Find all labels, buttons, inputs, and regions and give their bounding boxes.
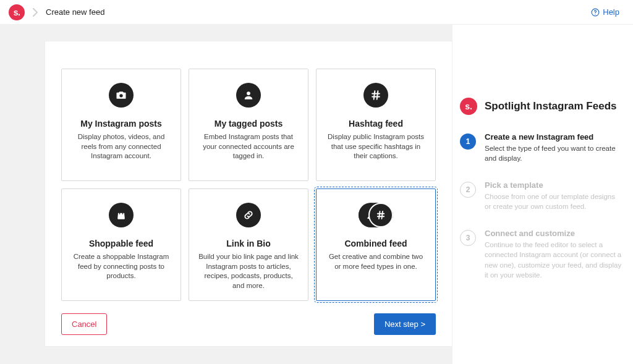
step-title: Pick a template bbox=[485, 180, 622, 190]
tile-title: Combined feed bbox=[344, 239, 407, 248]
step-title: Connect and customize bbox=[485, 229, 622, 238]
tile-desc: Build your bio link page and link Instag… bbox=[198, 252, 299, 290]
tile-desc: Embed Instagram posts that your connecte… bbox=[198, 132, 299, 161]
tile-desc: Create a shoppable Instagram feed by con… bbox=[70, 252, 172, 281]
step-number: 2 bbox=[460, 182, 476, 198]
step-number: 1 bbox=[460, 133, 476, 150]
tile-my-tagged-posts[interactable]: My tagged posts Embed Instagram posts th… bbox=[189, 69, 308, 181]
sidebar-title: Spotlight Instagram Feeds bbox=[485, 100, 616, 112]
app-body: My Instagram posts Display photos, video… bbox=[0, 25, 633, 364]
sidebar-logo-text: s. bbox=[465, 101, 472, 111]
tile-hashtag-feed[interactable]: Hashtag feed Display public Instagram po… bbox=[316, 69, 436, 181]
svg-line-6 bbox=[374, 91, 375, 99]
step-desc: Select the type of feed you want to crea… bbox=[485, 143, 622, 163]
step-desc: Choose from one of our template designs … bbox=[485, 192, 622, 211]
step-2: 2 Pick a template Choose from one of our… bbox=[460, 180, 622, 211]
panel-footer: Cancel Next step > bbox=[61, 313, 436, 335]
sidebar-logo: s. bbox=[460, 98, 477, 115]
breadcrumb: Create new feed bbox=[46, 7, 104, 17]
cancel-button[interactable]: Cancel bbox=[61, 313, 107, 335]
app-logo[interactable]: s. bbox=[9, 4, 25, 20]
svg-point-3 bbox=[247, 91, 250, 95]
tile-desc: Display public Instagram posts that use … bbox=[325, 132, 427, 161]
tile-title: Hashtag feed bbox=[349, 119, 403, 129]
step-title: Create a new Instagram feed bbox=[485, 132, 622, 142]
svg-point-2 bbox=[119, 94, 122, 97]
header-left: s. Create new feed bbox=[9, 4, 104, 20]
tile-desc: Display photos, videos, and reels from a… bbox=[70, 132, 172, 161]
sidebar: s. Spotlight Instagram Feeds 1 Create a … bbox=[452, 25, 633, 364]
feed-type-grid: My Instagram posts Display photos, video… bbox=[61, 69, 436, 301]
camera-icon bbox=[109, 83, 134, 108]
help-label: Help bbox=[603, 7, 619, 17]
feed-type-panel: My Instagram posts Display photos, video… bbox=[45, 41, 452, 347]
step-number: 3 bbox=[460, 230, 476, 246]
hashtag-icon bbox=[363, 83, 388, 108]
person-icon bbox=[236, 83, 261, 108]
help-link[interactable]: Help bbox=[591, 7, 619, 17]
main-column: My Instagram posts Display photos, video… bbox=[0, 25, 452, 364]
tile-combined-feed[interactable]: Combined feed Get creative and combine t… bbox=[316, 188, 436, 301]
tile-shoppable-feed[interactable]: Shoppable feed Create a shoppable Instag… bbox=[61, 188, 181, 301]
tile-link-in-bio[interactable]: Link in Bio Build your bio link page and… bbox=[189, 188, 308, 301]
tile-title: Link in Bio bbox=[226, 239, 271, 248]
tile-title: My tagged posts bbox=[215, 119, 283, 129]
tile-my-instagram-posts[interactable]: My Instagram posts Display photos, video… bbox=[61, 69, 181, 181]
link-icon bbox=[236, 203, 261, 227]
shopping-bag-icon bbox=[109, 203, 134, 227]
sidebar-header: s. Spotlight Instagram Feeds bbox=[460, 98, 622, 115]
tile-title: Shoppable feed bbox=[89, 239, 153, 248]
step-desc: Continue to the feed editor to select a … bbox=[485, 240, 622, 279]
svg-point-1 bbox=[595, 14, 596, 14]
chevron-right-icon bbox=[32, 8, 38, 17]
svg-line-7 bbox=[377, 91, 378, 99]
app-header: s. Create new feed Help bbox=[0, 0, 633, 25]
svg-line-12 bbox=[382, 211, 383, 219]
svg-line-11 bbox=[379, 211, 380, 219]
app-logo-text: s. bbox=[14, 7, 20, 17]
step-1: 1 Create a new Instagram feed Select the… bbox=[460, 132, 622, 163]
tile-desc: Get creative and combine two or more fee… bbox=[325, 252, 427, 271]
step-3: 3 Connect and customize Continue to the … bbox=[460, 229, 622, 279]
tile-title: My Instagram posts bbox=[80, 119, 161, 129]
combined-icon bbox=[359, 203, 393, 227]
help-icon bbox=[591, 8, 600, 17]
next-step-button[interactable]: Next step > bbox=[374, 313, 436, 335]
